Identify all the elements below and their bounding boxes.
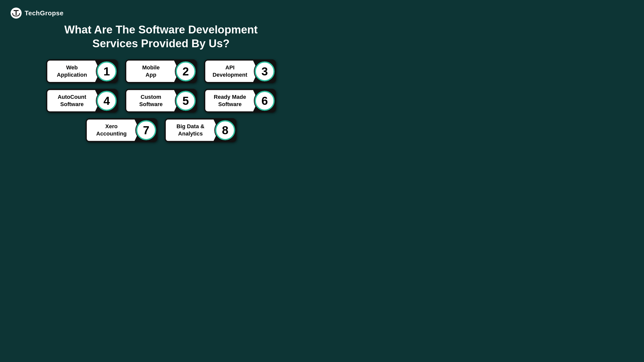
- service-card-7: XeroAccounting 7: [86, 118, 157, 142]
- service-card-3: APIDevelopment 3: [204, 59, 276, 83]
- services-row-3: XeroAccounting 7 Big Data &Analytics 8: [13, 118, 309, 142]
- main-title: What Are The Software Development Servic…: [15, 23, 307, 50]
- service-number-3: 3: [255, 61, 275, 81]
- service-number-1: 1: [97, 61, 117, 81]
- services-row-2: AutoCountSoftware 4 CustomSoftware 5 Rea…: [13, 89, 309, 113]
- service-number-5: 5: [176, 91, 196, 111]
- service-number-7: 7: [136, 120, 156, 140]
- service-number-6: 6: [255, 91, 275, 111]
- service-label-5: CustomSoftware: [126, 90, 179, 111]
- service-label-7: XeroAccounting: [87, 119, 140, 141]
- service-card-6: Ready MadeSoftware 6: [204, 89, 276, 113]
- services-row-1: WebApplication 1 MobileApp 2 APIDevelopm…: [13, 59, 309, 83]
- logo-text: TechGropse: [25, 9, 64, 17]
- service-number-2: 2: [176, 61, 196, 81]
- main-title-block: What Are The Software Development Servic…: [0, 23, 322, 50]
- logo-area: TechGropse: [10, 7, 64, 19]
- services-container: WebApplication 1 MobileApp 2 APIDevelopm…: [0, 59, 322, 142]
- service-card-1: WebApplication 1: [46, 59, 118, 83]
- service-label-6: Ready MadeSoftware: [205, 90, 258, 111]
- service-label-3: APIDevelopment: [205, 61, 258, 82]
- service-number-8: 8: [215, 120, 235, 140]
- service-label-4: AutoCountSoftware: [47, 90, 100, 111]
- techgropse-logo-icon: [10, 7, 22, 19]
- service-label-8: Big Data &Analytics: [166, 119, 219, 141]
- service-label-1: WebApplication: [47, 61, 100, 82]
- service-card-8: Big Data &Analytics 8: [165, 118, 236, 142]
- service-card-2: MobileApp 2: [125, 59, 197, 83]
- service-card-5: CustomSoftware 5: [125, 89, 197, 113]
- service-number-4: 4: [97, 91, 117, 111]
- service-label-2: MobileApp: [126, 61, 179, 82]
- service-card-4: AutoCountSoftware 4: [46, 89, 118, 113]
